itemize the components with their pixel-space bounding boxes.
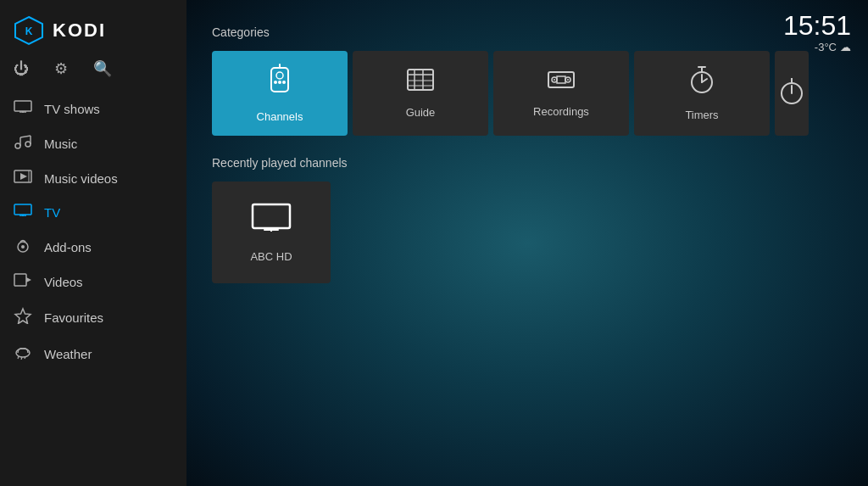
svg-point-26 [276,72,283,79]
timers-tile-label: Timers [685,109,718,121]
power-icon[interactable]: ⏻ [14,60,29,78]
svg-point-27 [274,81,277,84]
svg-point-41 [554,79,555,81]
sidebar-item-add-ons[interactable]: Add-ons [0,229,186,265]
temperature-display: -3°C [815,41,837,53]
channels-tile-label: Channels [257,110,303,123]
timer-icon [690,65,714,100]
sidebar-label-tv-shows: TV shows [44,102,100,116]
guide-icon [406,68,435,98]
svg-marker-20 [15,309,31,324]
clock-time: 15:51 [783,12,851,39]
svg-point-28 [278,81,281,84]
app-title: KODI [53,20,106,42]
svg-point-42 [567,79,569,81]
category-recordings[interactable]: Recordings [493,51,629,136]
svg-point-5 [15,143,20,148]
sidebar-label-favourites: Favourites [44,310,103,325]
sidebar-item-weather[interactable]: Weather [0,336,186,371]
svg-point-17 [21,245,25,249]
sidebar-label-weather: Weather [44,347,92,361]
svg-rect-51 [253,204,290,228]
sidebar-item-music-videos[interactable]: Music videos [0,161,186,195]
videos-icon [14,273,32,290]
category-guide[interactable]: Guide [353,51,488,136]
svg-marker-11 [20,173,27,180]
sidebar-item-tv-shows[interactable]: TV shows [0,92,186,126]
categories-label: Categories [212,25,843,39]
categories-row: Channels Guide [212,51,843,136]
sidebar-label-add-ons: Add-ons [44,240,92,254]
svg-rect-2 [14,101,31,111]
sidebar-label-videos: Videos [44,275,83,289]
category-partial[interactable] [775,51,809,136]
music-icon [14,134,32,153]
weather-cloud-icon: ☁ [840,41,851,53]
clock-weather: -3°C ☁ [783,41,851,53]
sidebar-label-music: Music [44,137,77,151]
svg-point-29 [282,81,286,84]
sidebar-label-music-videos: Music videos [44,171,118,186]
sidebar-item-favourites[interactable]: Favourites [0,299,186,336]
svg-marker-19 [26,277,31,282]
clock-area: 15:51 -3°C ☁ [783,12,851,53]
music-videos-icon [14,170,32,187]
kodi-logo-icon: K [14,15,44,46]
sidebar: K KODI ⏻ ⚙ 🔍 TV shows [0,0,186,486]
logo-area: K KODI [0,0,186,54]
recordings-tile-label: Recordings [533,105,589,118]
svg-rect-40 [557,76,565,83]
svg-rect-25 [271,68,288,92]
sidebar-item-music[interactable]: Music [0,126,186,161]
tv-shows-icon [14,100,32,117]
search-icon[interactable]: 🔍 [93,59,112,78]
recordings-icon [547,69,576,97]
main-content: 15:51 -3°C ☁ Categories Channels [186,0,868,486]
sidebar-item-videos[interactable]: Videos [0,265,186,299]
category-timers[interactable]: Timers [634,51,770,136]
weather-icon [14,344,32,363]
channel-label: ABC HD [250,250,292,263]
remote-icon [267,64,292,102]
svg-point-6 [25,142,31,147]
channels-row: ABC HD [212,182,843,283]
svg-rect-18 [14,274,26,286]
sidebar-label-tv: TV [44,205,60,220]
category-channels[interactable]: Channels [212,51,348,136]
svg-rect-13 [14,204,31,215]
sidebar-item-tv[interactable]: TV [0,195,186,229]
svg-line-8 [20,136,31,137]
svg-line-22 [18,356,19,359]
svg-text:K: K [25,25,33,37]
top-icons-bar: ⏻ ⚙ 🔍 [0,54,186,92]
addon-icon [14,237,32,256]
guide-tile-label: Guide [406,106,436,119]
timer2-icon [780,76,804,111]
star-icon [14,307,32,327]
nav-menu: TV shows Music [0,92,186,486]
svg-rect-31 [408,70,433,90]
channel-abc-hd[interactable]: ABC HD [212,182,331,283]
settings-icon[interactable]: ⚙ [54,59,68,78]
tv-icon [14,204,32,221]
recently-played-label: Recently played channels [212,156,843,170]
tv-screen-icon [251,203,292,240]
